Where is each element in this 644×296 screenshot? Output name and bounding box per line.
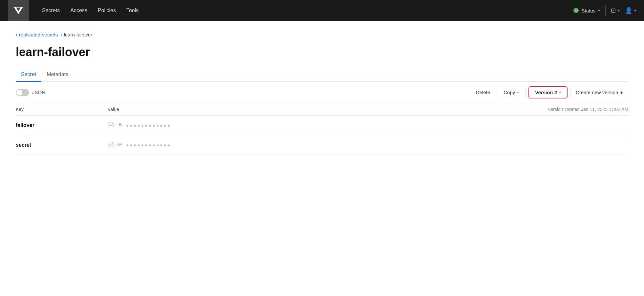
table-header: Key Value Version created Jan 11, 2023 1… (16, 103, 628, 116)
copy-button[interactable]: Copy ▾ (497, 87, 526, 98)
delete-button[interactable]: Delete (469, 87, 497, 98)
copy-chevron-icon: ▾ (517, 90, 519, 95)
row-key-failover: failover (16, 122, 108, 128)
copy-value-icon[interactable]: 📄 (108, 142, 114, 148)
nav-secrets[interactable]: Secrets (42, 8, 60, 13)
logo-triangle-icon (14, 7, 23, 14)
col-header-value: Value (108, 107, 548, 112)
version-button[interactable]: Version 2 ▾ (528, 86, 568, 98)
nav-access[interactable]: Access (70, 8, 87, 13)
breadcrumb-parent-link[interactable]: replicated-secrets (16, 32, 58, 37)
table-row: secret 📄 👁︎ ●●●●●●●●●●●● (16, 135, 628, 155)
tab-metadata[interactable]: Metadata (41, 68, 74, 82)
json-toggle-area: JSON (16, 89, 469, 96)
nav-right: Status ▾ ⊡ ▾ 👤 ▾ (573, 5, 636, 16)
user-icon: 👤 (625, 7, 632, 14)
table-row: failover 📄 👁︎ ●●●●●●●●●●●● (16, 116, 628, 135)
status-label: Status (581, 8, 595, 13)
create-version-button[interactable]: Create new version + (570, 87, 628, 98)
toolbar-actions: Delete Copy ▾ Version 2 ▾ Create new ver… (469, 86, 628, 98)
copy-value-icon[interactable]: 📄 (108, 122, 114, 128)
hide-value-icon[interactable]: 👁︎ (118, 122, 123, 128)
top-navigation: Secrets Access Policies Tools Status ▾ ⊡… (0, 0, 644, 21)
create-version-label: Create new version (576, 90, 618, 95)
breadcrumb-current: learn-failover (60, 32, 92, 37)
copy-label: Copy (504, 90, 515, 95)
page-title: learn-failover (16, 45, 628, 59)
terminal-button[interactable]: ⊡ ▾ (611, 7, 620, 14)
main-content: replicated-secrets learn-failover learn-… (0, 21, 644, 165)
version-created-label: Version created Jan 11, 2023 11:02 AM (548, 107, 628, 112)
logo[interactable] (8, 0, 29, 21)
toolbar: JSON Delete Copy ▾ Version 2 ▾ Create ne… (16, 82, 628, 103)
col-header-key: Key (16, 107, 108, 112)
terminal-chevron-icon: ▾ (618, 8, 620, 13)
nav-tools[interactable]: Tools (126, 8, 139, 13)
nav-policies[interactable]: Policies (98, 8, 116, 13)
tab-secret[interactable]: Secret (16, 68, 41, 82)
user-button[interactable]: 👤 ▾ (625, 7, 636, 14)
json-label: JSON (32, 90, 45, 95)
nav-divider (605, 5, 606, 16)
row-key-secret: secret (16, 142, 108, 148)
status-button[interactable]: Status ▾ (573, 8, 600, 13)
version-chevron-icon: ▾ (559, 90, 561, 95)
breadcrumb: replicated-secrets learn-failover (16, 32, 628, 37)
create-version-plus-icon: + (620, 90, 623, 95)
hide-value-icon[interactable]: 👁︎ (118, 142, 123, 148)
masked-value: ●●●●●●●●●●●● (126, 142, 171, 148)
json-toggle[interactable] (16, 89, 29, 96)
terminal-icon: ⊡ (611, 7, 616, 14)
status-chevron-icon: ▾ (598, 8, 600, 13)
user-chevron-icon: ▾ (634, 8, 636, 13)
masked-value: ●●●●●●●●●●●● (126, 123, 171, 128)
row-value-secret: 📄 👁︎ ●●●●●●●●●●●● (108, 142, 628, 148)
status-dot-icon (573, 8, 579, 13)
tabs: Secret Metadata (16, 68, 628, 82)
nav-links: Secrets Access Policies Tools (42, 8, 563, 13)
version-label: Version 2 (535, 90, 557, 95)
row-value-failover: 📄 👁︎ ●●●●●●●●●●●● (108, 122, 628, 128)
